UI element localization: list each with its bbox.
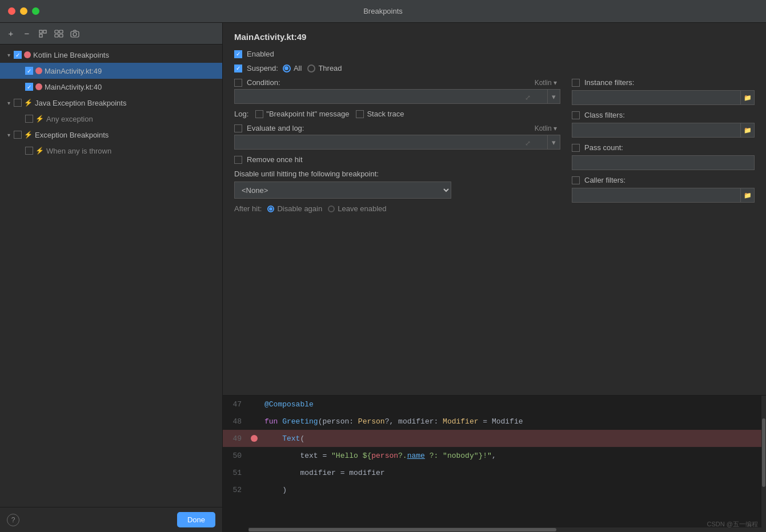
instance-filters-row: Instance filters: — [572, 78, 755, 87]
svg-rect-4 — [59, 30, 63, 33]
code-line-49: 49 Text( — [223, 430, 766, 447]
breakpoints-tree: ✓ Kotlin Line Breakpoints ✓ MainActivity… — [0, 45, 222, 507]
enabled-checkbox[interactable]: ✓ — [234, 50, 242, 58]
eval-log-dropdown-button[interactable]: ▾ — [548, 135, 560, 150]
tree-item-java-exc[interactable]: ⚡ Java Exception Breakpoints — [0, 95, 222, 111]
tree-item-any-exc[interactable]: ⚡ Any exception — [0, 111, 222, 127]
right-col-filters: Instance filters: 📁 Class filters: — [572, 78, 755, 213]
eval-log-expand-icon[interactable]: ⤢ — [525, 139, 531, 147]
condition-input[interactable] — [234, 89, 548, 104]
pass-count-section: Pass count: — [572, 143, 755, 170]
caller-filters-input[interactable] — [572, 188, 741, 203]
log-hit-checkbox[interactable] — [255, 110, 263, 118]
condition-label: Condition: — [247, 78, 280, 87]
eval-log-row: Evaluate and log: Kotlin ▾ — [234, 124, 560, 132]
condition-input-row: ⤢ ▾ — [234, 89, 560, 104]
caller-filters-input-wrapper: 📁 — [572, 188, 755, 203]
minimize-button[interactable] — [20, 7, 27, 15]
checkbox-main-40[interactable]: ✓ — [25, 83, 33, 91]
enabled-row: ✓ Enabled — [234, 50, 755, 58]
eval-log-input-row: ⤢ ▾ — [234, 135, 560, 150]
code-line-48: 48 fun Greeting(person: Person?, modifie… — [223, 413, 766, 430]
after-hit-disable-option[interactable]: Disable again — [267, 204, 322, 213]
class-filters-checkbox[interactable] — [572, 111, 580, 119]
disable-until-select[interactable]: <None> — [234, 182, 451, 199]
group-button[interactable] — [37, 27, 49, 40]
window-title: Breakpoints — [363, 7, 403, 15]
close-button[interactable] — [8, 7, 15, 15]
vertical-scrollbar[interactable] — [761, 396, 766, 532]
instance-filters-browse-button[interactable]: 📁 — [741, 90, 755, 105]
suspend-label: Suspend: — [247, 64, 278, 72]
suspend-all-radio — [283, 65, 291, 72]
move-button[interactable] — [53, 27, 65, 40]
checkbox-kotlin-line[interactable]: ✓ — [14, 51, 22, 59]
class-filters-label: Class filters: — [584, 111, 625, 119]
pass-count-input[interactable] — [572, 155, 755, 170]
eval-log-checkbox[interactable] — [234, 124, 242, 132]
instance-filters-checkbox[interactable] — [572, 79, 580, 87]
tree-item-exc-bp[interactable]: ⚡ Exception Breakpoints — [0, 127, 222, 143]
maximize-button[interactable] — [32, 7, 39, 15]
remove-breakpoint-button[interactable]: − — [21, 27, 33, 40]
caller-filters-checkbox[interactable] — [572, 176, 580, 184]
line-num-50: 50 — [223, 452, 248, 460]
suspend-checkbox[interactable]: ✓ — [234, 65, 242, 72]
enabled-label: Enabled — [247, 50, 274, 58]
class-filters-browse-button[interactable]: 📁 — [741, 123, 755, 138]
eval-log-language-tag[interactable]: Kotlin ▾ — [535, 124, 557, 132]
suspend-all-option[interactable]: All — [283, 64, 302, 72]
checkbox-exc-bp[interactable] — [14, 131, 22, 139]
arrow-exc-bp — [5, 131, 13, 139]
breakpoints-toolbar: + − — [0, 23, 222, 45]
caller-filters-browse-button[interactable]: 📁 — [741, 188, 755, 203]
checkbox-java-exc[interactable] — [14, 99, 22, 107]
remove-once-hit-checkbox[interactable] — [234, 156, 242, 164]
remove-once-hit-label: Remove once hit — [247, 155, 303, 164]
add-breakpoint-button[interactable]: + — [5, 27, 17, 40]
checkbox-any-exc[interactable] — [25, 115, 33, 123]
after-hit-leave-option[interactable]: Leave enabled — [328, 204, 386, 213]
disable-until-label: Disable until hitting the following brea… — [234, 170, 560, 178]
class-filters-input-wrapper: 📁 — [572, 123, 755, 138]
svg-point-8 — [73, 33, 77, 36]
tree-item-main-40[interactable]: ✓ MainActivity.kt:40 — [0, 79, 222, 95]
camera-button[interactable] — [69, 27, 81, 40]
instance-filters-section: Instance filters: 📁 — [572, 78, 755, 105]
log-stack-checkbox[interactable] — [356, 110, 364, 118]
tree-item-main-49[interactable]: ✓ MainActivity.kt:49 — [0, 63, 222, 79]
scrollbar-thumb — [762, 418, 765, 487]
condition-row: Condition: Kotlin ▾ — [234, 78, 560, 87]
tree-item-kotlin-line[interactable]: ✓ Kotlin Line Breakpoints — [0, 47, 222, 63]
after-hit-disable-label: Disable again — [277, 204, 322, 213]
done-button[interactable]: Done — [177, 512, 215, 527]
lightning-when-any: ⚡ — [35, 147, 44, 155]
code-line-47: 47 @Composable — [223, 396, 766, 413]
horizontal-scrollbar[interactable] — [248, 527, 761, 532]
condition-expand-icon[interactable]: ⤢ — [525, 94, 531, 102]
condition-dropdown-button[interactable]: ▾ — [548, 89, 560, 104]
code-line-50: 50 text = "Hello ${person?.name ?: "nobo… — [223, 447, 766, 464]
arrow-java-exc — [5, 99, 13, 107]
eval-log-input[interactable] — [234, 135, 548, 150]
label-any-exc: Any exception — [46, 115, 93, 123]
condition-checkbox[interactable] — [234, 79, 242, 87]
class-filters-input[interactable] — [572, 123, 741, 138]
suspend-thread-option[interactable]: Thread — [307, 64, 342, 72]
tree-item-when-any[interactable]: ⚡ When any is thrown — [0, 143, 222, 159]
remove-once-hit-row: Remove once hit — [234, 155, 560, 164]
instance-filters-input[interactable] — [572, 90, 741, 105]
pass-count-checkbox[interactable] — [572, 144, 580, 152]
checkbox-when-any[interactable] — [25, 147, 33, 155]
code-content-50: text = "Hello ${person?.name ?: "nobody"… — [260, 452, 766, 460]
main-columns: Condition: Kotlin ▾ ⤢ ▾ Log: — [234, 78, 755, 213]
log-row: Log: "Breakpoint hit" message Stack trac… — [234, 110, 560, 118]
line-num-48: 48 — [223, 417, 248, 426]
bp-dot-main-40 — [35, 83, 42, 90]
condition-language-tag[interactable]: Kotlin ▾ — [535, 79, 557, 87]
checkbox-main-49[interactable]: ✓ — [25, 67, 33, 75]
right-panel: MainActivity.kt:49 ✓ Enabled ✓ Suspend: … — [223, 23, 766, 532]
bp-detail-title: MainActivity.kt:49 — [234, 32, 755, 42]
caller-filters-section: Caller filters: 📁 — [572, 176, 755, 203]
help-button[interactable]: ? — [7, 514, 19, 526]
